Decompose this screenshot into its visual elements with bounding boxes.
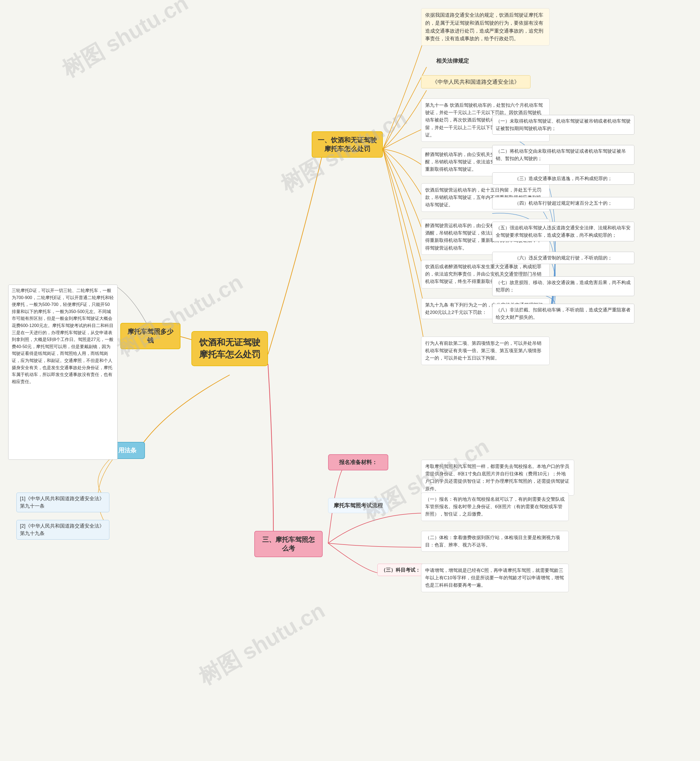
item-1: （一）未取得机动车驾驶证、机动车驾驶证被吊销或者机动车驾驶证被暂扣期间驾驶机动车…: [492, 115, 634, 135]
exam-step3-label: （三）科目考试：: [377, 564, 424, 576]
watermark-1: 树图 shutu.cn: [57, 0, 194, 85]
exam-step3-text: 申请增驾，增驾就是已经有C照，再申请摩托车驾照，就需要驾龄三年以上有C10等字样…: [425, 567, 565, 589]
article99-penalty-text: 行为人有前款第二项、第四项情形之一的，可以并处吊销机动车驾驶证有关项一倍。第三项…: [425, 340, 545, 362]
topic2-label: 摩托车驾照多少钱: [127, 327, 175, 345]
item-7-text: （七）故意损毁、移动、涂改交通设施，造成危害后果，尚不构成犯罪的；: [496, 279, 631, 294]
item-2: （二）将机动车交由未取得机动车驾驶证或者机动车驾驶证被吊销、暂扣的人驾驶的；: [492, 145, 634, 165]
item-5: （五）强迫机动车驾驶人违反道路交通安全法律、法规和机动车安全驾驶要求驾驶机动车，…: [492, 222, 634, 241]
item-6: （六）违反交通管制的规定行驶，不听劝阻的；: [492, 252, 634, 264]
article99-penalty: 行为人有前款第二项、第四项情形之一的，可以并处吊销机动车驾驶证有关项一倍。第三项…: [421, 337, 550, 365]
topic2-node: 摩托车驾照多少钱: [120, 323, 180, 349]
law-title-text: 相关法律规定: [436, 57, 469, 64]
exam-step2-text: （二）体检：拿着缴费收据到医疗站，体检项目主要是检测视力项目：色盲、辨率、视力不…: [425, 534, 565, 549]
center-label: 饮酒和无证驾驶摩托车怎么处罚: [198, 337, 261, 361]
registration-label-node: 报名准备材料：: [328, 454, 388, 470]
topic3-node: 三、摩托车驾照怎么考: [254, 531, 323, 557]
registration-detail-text: 考取摩托驾照和汽车驾照一样，都需要先去驾校报名。本地户口的学员需提供身份证、8张…: [425, 463, 570, 493]
exam-step3-box: 申请增驾，增驾就是已经有C照，再申请摩托车驾照，就需要驾龄三年以上有C10等字样…: [421, 564, 569, 592]
item-7: （七）故意损毁、移动、涂改交通设施，造成危害后果，尚不构成犯罪的；: [492, 276, 634, 296]
intro-text: 依据我国道路交通安全法的规定，饮酒后驾驶证摩托车的，是属于无证驾驶和酒后驾驶的行…: [425, 11, 545, 43]
item-3: （三）造成交通事故后逃逸，尚不构成犯罪的；: [492, 172, 634, 185]
law-name-box: 《中华人民共和国道路交通安全法》: [421, 75, 530, 88]
law-name-text: 《中华人民共和国道路交通安全法》: [432, 78, 520, 86]
exam-step2-box: （二）体检：拿着缴费收据到医疗站，体检项目主要是检测视力项目：色盲、辨率、视力不…: [421, 531, 569, 552]
topic1-label: 一、饮酒和无证驾驶摩托车怎么处罚: [318, 136, 377, 153]
item-6-text: （六）违反交通管制的规定行驶，不听劝阻的；: [515, 254, 612, 261]
exam-process-text: 摩托车驾照考试流程: [334, 502, 383, 509]
item-4: （四）机动车行驶超过规定时速百分之五十的；: [492, 197, 634, 209]
item-1-text: （一）未取得机动车驾驶证、机动车驾驶证被吊销或者机动车驾驶证被暂扣期间驾驶机动车…: [496, 117, 631, 132]
registration-detail-box: 考取摩托驾照和汽车驾照一样，都需要先去驾校报名。本地户口的学员需提供身份证、8张…: [421, 460, 574, 496]
item-5-text: （五）强迫机动车驾驶人违反道路交通安全法律、法规和机动车安全驾驶要求驾驶机动车，…: [496, 224, 631, 239]
registration-label: 报名准备材料：: [339, 459, 377, 466]
left-info-text: 三轮摩托D证，可以开一切三轮、二轮摩托车，一般为700-900，二轮摩托E证，可…: [12, 287, 114, 385]
law-title-box: 相关法律规定: [421, 55, 484, 67]
exam-step3-label-text: （三）科目考试：: [381, 567, 420, 573]
exam-process-label: 摩托车驾照考试流程: [328, 498, 388, 513]
topic3-label: 三、摩托车驾照怎么考: [260, 535, 317, 553]
citation1-box: [1]《中华人民共和国道路交通安全法》第九十一条: [16, 493, 109, 512]
watermark-5: 树图 shutu.cn: [194, 596, 330, 692]
exam-step1-box: （一）报名：有的地方在驾校报名就可以了，有的则需要去交警队或车管所报名。报名时带…: [421, 493, 569, 521]
left-info-box: 三轮摩托D证，可以开一切三轮、二轮摩托车，一般为700-900，二轮摩托E证，可…: [8, 285, 117, 460]
exam-step1-text: （一）报名：有的地方在驾校报名就可以了，有的则需要去交警队或车管所报名。报名时带…: [425, 496, 565, 518]
topic1-node: 一、饮酒和无证驾驶摩托车怎么处罚: [312, 132, 383, 158]
item-8: （八）非法拦截、扣留机动车辆，不听劝阻，造成交通严重阻塞者给交大财产损失的。: [492, 304, 634, 323]
intro-box: 依据我国道路交通安全法的规定，饮酒后驾驶证摩托车的，是属于无证驾驶和酒后驾驶的行…: [421, 8, 550, 46]
center-node: 饮酒和无证驾驶摩托车怎么处罚: [191, 331, 268, 366]
citation2-box: [2]《中华人民共和国道路交通安全法》第九十九条: [16, 520, 109, 540]
item-3-text: （三）造成交通事故后逃逸，尚不构成犯罪的；: [515, 175, 612, 182]
mindmap-canvas: 树图 shutu.cn 树图 shutu.cn 树图 shutu.cn 树图 s…: [0, 0, 700, 761]
citation1-text: [1]《中华人民共和国道路交通安全法》第九十一条: [20, 495, 106, 510]
item-2-text: （二）将机动车交由未取得机动车驾驶证或者机动车驾驶证被吊销、暂扣的人驾驶的；: [496, 147, 631, 162]
item-4-text: （四）机动车行驶超过规定时速百分之五十的；: [515, 199, 612, 207]
item-8-text: （八）非法拦截、扣留机动车辆，不听劝阻，造成交通严重阻塞者给交大财产损失的。: [496, 306, 631, 321]
citation2-text: [2]《中华人民共和国道路交通安全法》第九十九条: [20, 522, 106, 537]
